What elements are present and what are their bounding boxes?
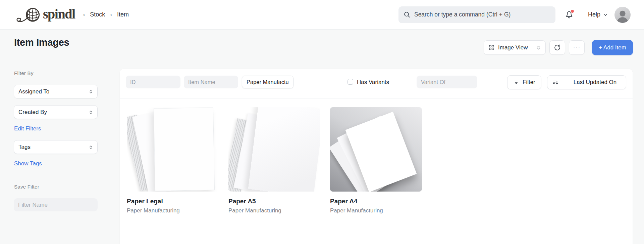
refresh-icon	[554, 44, 561, 51]
show-tags-link[interactable]: Show Tags	[14, 160, 42, 167]
tags-label: Tags	[18, 144, 31, 151]
filter-name-input[interactable]	[14, 198, 98, 211]
more-menu-button[interactable]: ···	[569, 40, 585, 55]
yarn-ball-icon	[13, 7, 41, 23]
search-icon	[404, 11, 411, 18]
filter-button[interactable]: Filter	[507, 75, 541, 89]
item-list-card: Has Variants Filter Last Updated On	[120, 69, 633, 244]
save-filter-label: Save Filter	[14, 184, 39, 190]
filter-by-label: Filter By	[14, 70, 34, 76]
item-card[interactable]: Paper A5 Paper Manufacturing	[228, 107, 320, 214]
item-grid: Paper Legal Paper Manufacturing Paper A5…	[127, 107, 422, 214]
tags-select[interactable]: Tags	[14, 140, 98, 154]
created-by-label: Created By	[18, 109, 47, 116]
brand-name: spindl	[43, 7, 75, 21]
navbar-right: Help	[398, 6, 631, 23]
user-avatar[interactable]	[614, 7, 631, 23]
created-by-select[interactable]: Created By	[14, 105, 98, 119]
help-label: Help	[588, 11, 600, 18]
navbar-divider	[581, 9, 581, 20]
breadcrumb-item[interactable]: Item	[117, 11, 129, 18]
breadcrumb-separator: ›	[83, 11, 85, 18]
item-image	[330, 107, 422, 192]
item-name: Paper Legal	[127, 198, 219, 205]
add-item-button[interactable]: + Add Item	[592, 40, 633, 55]
global-search[interactable]	[398, 6, 555, 23]
assigned-to-label: Assigned To	[18, 88, 49, 95]
item-group: Paper Manufacturing	[228, 207, 320, 214]
id-filter-input[interactable]	[126, 76, 180, 88]
item-image	[228, 107, 320, 192]
up-down-chevrons-icon	[536, 45, 541, 50]
item-name: Paper A5	[228, 198, 320, 205]
has-variants-label: Has Variants	[357, 79, 389, 86]
item-group: Paper Manufacturing	[127, 207, 219, 214]
breadcrumb-separator: ›	[110, 11, 112, 18]
help-menu[interactable]: Help	[588, 11, 608, 18]
view-switcher-button[interactable]: Image View	[484, 40, 546, 55]
page-title: Item Images	[14, 37, 69, 48]
item-group-filter-input[interactable]	[242, 76, 293, 88]
assigned-to-select[interactable]: Assigned To	[14, 85, 98, 98]
sort-control: Last Updated On	[547, 75, 626, 89]
paper-sheet	[248, 107, 320, 192]
has-variants-checkbox[interactable]	[347, 79, 353, 85]
variant-of-filter-input[interactable]	[417, 76, 477, 88]
notifications-button[interactable]	[564, 10, 574, 20]
app-window: spindl › Stock › Item	[0, 0, 644, 244]
grid-view-icon	[488, 44, 495, 51]
breadcrumb: › Stock › Item	[83, 11, 129, 18]
view-switcher-label: Image View	[498, 44, 533, 51]
navbar: spindl › Stock › Item	[0, 0, 644, 30]
brand-logo[interactable]: spindl	[13, 7, 75, 23]
up-down-chevrons-icon	[89, 110, 93, 115]
item-image	[127, 107, 219, 192]
item-name-filter-input[interactable]	[184, 76, 238, 88]
item-group: Paper Manufacturing	[330, 207, 422, 214]
up-down-chevrons-icon	[89, 145, 93, 150]
filter-row-divider	[120, 98, 633, 98]
refresh-button[interactable]	[549, 40, 565, 55]
sort-field-button[interactable]: Last Updated On	[564, 76, 626, 89]
up-down-chevrons-icon	[89, 89, 93, 94]
breadcrumb-stock[interactable]: Stock	[90, 11, 105, 18]
item-name: Paper A4	[330, 198, 422, 205]
sort-direction-button[interactable]	[547, 76, 564, 89]
filter-button-label: Filter	[523, 79, 535, 86]
edit-filters-link[interactable]: Edit Filters	[14, 125, 41, 132]
sort-field-label: Last Updated On	[574, 79, 617, 86]
chevron-down-icon	[603, 12, 608, 17]
person-icon	[614, 8, 631, 23]
filter-lines-icon	[513, 79, 519, 85]
paper-sheet	[154, 107, 215, 191]
item-card[interactable]: Paper A4 Paper Manufacturing	[330, 107, 422, 214]
notification-dot	[571, 10, 574, 13]
search-input[interactable]	[414, 11, 550, 18]
ellipsis-icon: ···	[573, 43, 581, 50]
item-card[interactable]: Paper Legal Paper Manufacturing	[127, 107, 219, 214]
page-actions: Image View ··· + Add Item	[484, 40, 633, 55]
sort-descending-icon	[552, 79, 559, 86]
